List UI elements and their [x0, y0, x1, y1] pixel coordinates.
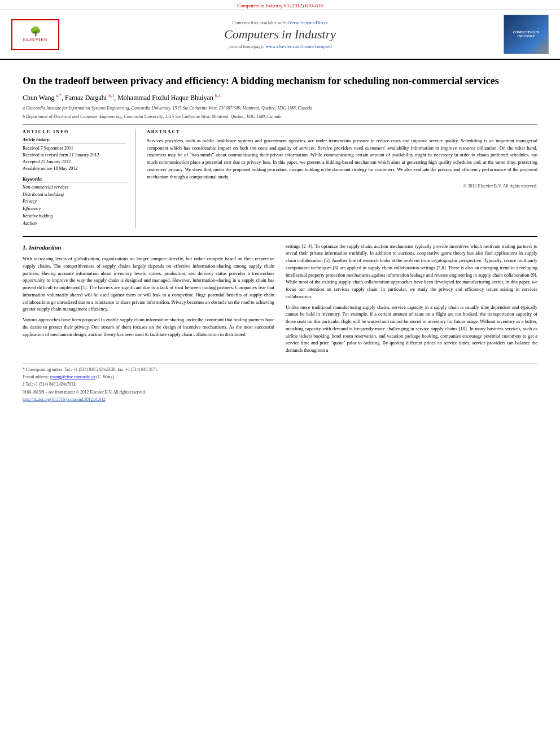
- footnote-email: E-mail address: cwang@ciise.concordia.ca…: [23, 374, 537, 380]
- journal-thumbnail: COMPUTERS ININDUSTRY: [504, 15, 549, 54]
- thumb-title-text: COMPUTERS ININDUSTRY: [513, 30, 540, 38]
- top-bar: Computers in Industry 63 (2012) 610–618: [0, 0, 560, 10]
- contents-label: Contents lists available at: [233, 20, 282, 25]
- footnote-corresponding: * Corresponding author. Tel.: +1 (514) 8…: [23, 366, 537, 373]
- right-para-1: settings [2–4]. To optimize the supply c…: [286, 243, 537, 300]
- keyword-1: Non-commercial services: [23, 184, 126, 191]
- sciverse-link[interactable]: SciVerse ScienceDirect: [283, 20, 328, 25]
- intro-title: Introduction: [29, 244, 61, 251]
- article-info-label: ARTICLE INFO: [23, 129, 126, 134]
- keyword-2: Distributed scheduling: [23, 191, 126, 199]
- journal-title: Computers in Industry: [62, 27, 498, 42]
- footnote-issn: 0166-3615/$ – see front matter © 2012 El…: [23, 389, 537, 395]
- available-date: Available online 18 May 2012: [23, 165, 126, 172]
- accepted-date: Accepted 25 January 2012: [23, 159, 126, 165]
- journal-reference: Computers in Industry 63 (2012) 610–618: [237, 3, 323, 8]
- footnote-1: 1 Tel.:+1 (514) 848 2424x7032.: [23, 381, 537, 387]
- elsevier-brand-text: ELSEVIER: [23, 37, 47, 42]
- journal-center-info: Contents lists available at SciVerse Sci…: [62, 20, 498, 49]
- divider-after-affiliations: [23, 124, 537, 125]
- email-label: E-mail address:: [23, 374, 50, 379]
- info-columns: ARTICLE INFO Article history: Received 7…: [23, 129, 537, 228]
- homepage-line: journal homepage: www.elsevier.com/locat…: [62, 43, 498, 49]
- authors-text: Chun Wang a,*, Farnaz Dargahi b,1, Moham…: [23, 94, 221, 102]
- intro-heading: 1. Introduction: [23, 243, 274, 252]
- elsevier-logo-area: 🌳 ELSEVIER: [11, 19, 62, 50]
- history-label: Article history:: [23, 137, 126, 143]
- article-info-column: ARTICLE INFO Article history: Received 7…: [23, 129, 135, 228]
- abstract-text: Services providers, such as public healt…: [147, 137, 537, 181]
- keyword-4: Efficiency: [23, 206, 126, 213]
- email-link[interactable]: cwang@ciise.concordia.ca: [50, 374, 95, 379]
- elsevier-tree-icon: 🌳: [30, 27, 41, 36]
- body-right-column: settings [2–4]. To optimize the supply c…: [286, 243, 537, 357]
- sciverse-line: Contents lists available at SciVerse Sci…: [62, 20, 498, 25]
- affiliation-a: a Concordia Institute for Information Sy…: [23, 105, 537, 111]
- intro-para-2: Various approaches have been proposed to…: [23, 316, 274, 338]
- revised-date: Received in revised form 21 January 2012: [23, 152, 126, 159]
- article-title: On the tradeoff between privacy and effi…: [23, 75, 537, 88]
- elsevier-logo-box: 🌳 ELSEVIER: [11, 19, 59, 50]
- copyright-line: © 2012 Elsevier B.V. All rights reserved…: [147, 184, 537, 189]
- received-date: Received 7 September 2011: [23, 145, 126, 152]
- homepage-label: journal homepage:: [228, 43, 264, 49]
- authors-line: Chun Wang a,*, Farnaz Dargahi b,1, Moham…: [23, 93, 537, 102]
- doi-link[interactable]: http://dx.doi.org/10.1016/j.compind.2012…: [23, 397, 106, 402]
- homepage-url[interactable]: www.elsevier.com/locate/compind: [265, 43, 331, 49]
- journal-header: 🌳 ELSEVIER Contents lists available at S…: [0, 10, 560, 60]
- body-left-column: 1. Introduction With increasing levels o…: [23, 243, 274, 357]
- footnote-doi: http://dx.doi.org/10.1016/j.compind.2012…: [23, 396, 537, 403]
- intro-number: 1.: [23, 244, 29, 251]
- email-name: (C. Wang).: [97, 374, 115, 379]
- keyword-3: Privacy: [23, 198, 126, 206]
- abstract-column: ABSTRACT Services providers, such as pub…: [147, 129, 537, 228]
- keywords-label: Keywords:: [23, 177, 126, 182]
- affiliation-b: b Department of Electrical and Computer …: [23, 113, 537, 120]
- keywords-section: Keywords: Non-commercial services Distri…: [23, 177, 126, 228]
- right-para-2: Unlike more traditional manufacturing su…: [286, 304, 537, 354]
- body-section: 1. Introduction With increasing levels o…: [23, 236, 537, 403]
- abstract-label: ABSTRACT: [147, 129, 537, 134]
- two-column-body: 1. Introduction With increasing levels o…: [23, 243, 537, 357]
- right-logo-area: COMPUTERS ININDUSTRY: [498, 15, 549, 54]
- keyword-5: Iterative bidding: [23, 213, 126, 220]
- footnotes-area: * Corresponding author. Tel.: +1 (514) 8…: [23, 363, 537, 403]
- intro-para-1: With increasing levels of globalization,…: [23, 255, 274, 313]
- article-body: On the tradeoff between privacy and effi…: [0, 60, 560, 415]
- keyword-6: Auction: [23, 220, 126, 228]
